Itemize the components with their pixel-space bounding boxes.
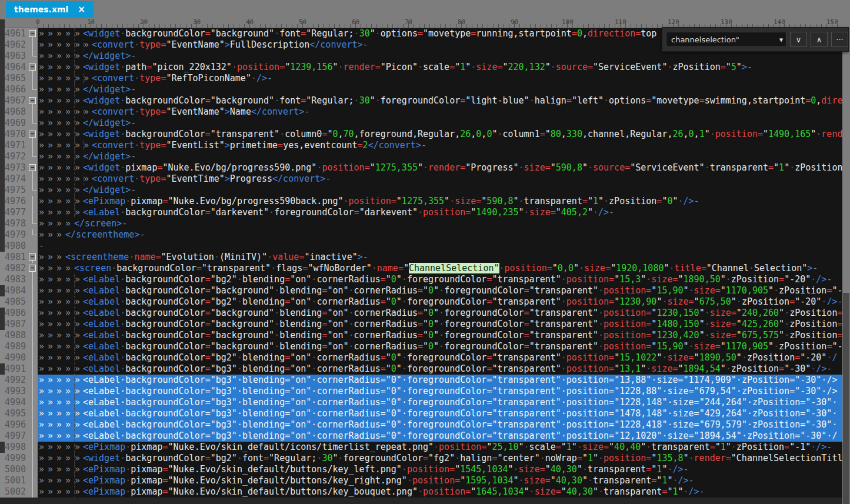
code-line[interactable]: 4999»»»»»<widget·backgroundColor="bg2"·f…	[0, 453, 842, 464]
line-number[interactable]: 4985	[5, 296, 28, 308]
code-line[interactable]: 4987»»»»»<eLabel·backgroundColor="backgr…	[0, 319, 842, 330]
line-number[interactable]: 4966	[5, 84, 28, 95]
line-number[interactable]: 4990	[5, 352, 28, 363]
code-text[interactable]: »»»»»<ePixmap·pixmap="Nuke.Evo/skin_defa…	[38, 475, 842, 486]
code-line[interactable]: 4998»»»»»<ePixmap·pixmap="Nuke.Evo/skin_…	[0, 442, 842, 453]
line-number[interactable]: 4993	[5, 386, 28, 397]
line-number[interactable]: 4994	[5, 397, 28, 408]
line-number[interactable]: 4965	[5, 73, 28, 84]
line-number[interactable]: 4981	[5, 252, 28, 263]
line-number[interactable]: 4997	[5, 430, 28, 442]
line-number[interactable]: 4977	[5, 207, 28, 218]
code-line[interactable]: 4989»»»»»<eLabel·backgroundColor="backgr…	[0, 341, 842, 352]
code-text[interactable]: »»»»»</widget>-	[38, 185, 842, 196]
code-text[interactable]: »»»»»<eLabel·backgroundColor="bg3"·blend…	[38, 408, 842, 419]
code-text[interactable]: »»»»»<eLabel·backgroundColor="bg3"·blend…	[38, 397, 842, 408]
line-number[interactable]: 4983	[5, 274, 28, 285]
code-line[interactable]: 4984»»»»»<eLabel·backgroundColor="backgr…	[0, 285, 842, 296]
code-line[interactable]: 4990»»»»»<eLabel·backgroundColor="bg2"·b…	[0, 352, 842, 363]
code-line[interactable]: 4978»»»»</screen>-	[0, 218, 842, 229]
line-number[interactable]: 4968	[5, 106, 28, 118]
code-line[interactable]: 5000»»»»»<ePixmap·pixmap="Nuke.Evo/skin_…	[0, 464, 842, 475]
code-text[interactable]: »»»»»<widget·backgroundColor="bg2"·font=…	[38, 453, 842, 464]
line-number[interactable]: 4972	[5, 151, 28, 162]
code-text[interactable]: »»»»»<ePixmap·pixmap="Nuke.Evo/skin_defa…	[38, 486, 842, 498]
code-text[interactable]: »»»»»<ePixmap·pixmap="Nuke.Evo/bg/progre…	[38, 196, 842, 207]
code-text[interactable]: »»»»»<eLabel·backgroundColor="bg3"·blend…	[38, 419, 842, 430]
line-number[interactable]: 5001	[5, 475, 28, 486]
line-number[interactable]: 4991	[5, 363, 28, 375]
code-text[interactable]: »»»»»<ePixmap·pixmap="Nuke.Evo/skin_defa…	[38, 442, 842, 453]
search-field[interactable]: ▼	[666, 32, 786, 47]
code-text[interactable]: »»»»»<eLabel·backgroundColor="background…	[38, 341, 842, 352]
code-line[interactable]: 4991»»»»»<eLabel·backgroundColor="bg3"·b…	[0, 363, 842, 375]
code-line[interactable]: 4967−»»»»»<widget·backgroundColor="backg…	[0, 95, 842, 106]
code-line[interactable]: 4992»»»»»<eLabel·backgroundColor="bg3"·b…	[0, 375, 842, 386]
code-text[interactable]: »»»</screentheme>-	[38, 229, 842, 241]
code-line[interactable]: 4977»»»»»<eLabel·backgroundColor="darkev…	[0, 207, 842, 218]
line-number[interactable]: 4970	[5, 129, 28, 140]
code-line[interactable]: 4985»»»»»<eLabel·backgroundColor="bg2"·b…	[0, 296, 842, 308]
code-text[interactable]: -	[38, 241, 842, 252]
line-number[interactable]: 4962	[5, 39, 28, 51]
fold-marker[interactable]: −	[28, 252, 38, 263]
code-text[interactable]: »»»»</screen>-	[38, 218, 842, 229]
search-dropdown-icon[interactable]: ▼	[779, 36, 783, 43]
code-line[interactable]: 4965»»»»»»<convert·type="RefToPiconName"…	[0, 73, 842, 84]
fold-marker[interactable]: −	[28, 28, 38, 39]
code-line[interactable]: 4974»»»»»»<convert·type="EventTime">Prog…	[0, 173, 842, 185]
line-number[interactable]: 4974	[5, 173, 28, 185]
code-line[interactable]: 4993»»»»»<eLabel·backgroundColor="bg3"·b…	[0, 386, 842, 397]
code-line[interactable]: 4988»»»»»<eLabel·backgroundColor="backgr…	[0, 330, 842, 341]
code-text[interactable]: »»»»»</widget>-	[38, 118, 842, 129]
code-text[interactable]: »»»»»»<convert·type="EventName">Name</co…	[38, 106, 842, 118]
code-text[interactable]: »»»»»<ePixmap·pixmap="Nuke.Evo/skin_defa…	[38, 464, 842, 475]
code-line[interactable]: 4966»»»»»</widget>-	[0, 84, 842, 95]
code-text[interactable]: »»»»»<eLabel·backgroundColor="bg2"·blend…	[38, 274, 842, 285]
code-text[interactable]: »»»»»<eLabel·backgroundColor="darkevent"…	[38, 207, 842, 218]
code-line[interactable]: 4981−»»»<screentheme·name="Evolution·(Mi…	[0, 252, 842, 263]
code-text[interactable]: »»»»»<eLabel·backgroundColor="bg3"·blend…	[38, 375, 842, 386]
line-number[interactable]: 4971	[5, 140, 28, 151]
line-number[interactable]: 4986	[5, 308, 28, 319]
code-text[interactable]: »»»»»»<convert·type="RefToPiconName"·/>-	[38, 73, 842, 84]
fold-marker[interactable]: −	[28, 263, 38, 274]
code-line[interactable]: 4979»»»</screentheme>-	[0, 229, 842, 241]
line-number[interactable]: 4967	[5, 95, 28, 106]
line-number[interactable]: 4984	[5, 285, 28, 296]
code-line[interactable]: 4995»»»»»<eLabel·backgroundColor="bg3"·b…	[0, 408, 842, 419]
code-text[interactable]: »»»»»<eLabel·backgroundColor="bg2"·blend…	[38, 296, 842, 308]
line-number[interactable]: 4988	[5, 330, 28, 341]
line-number[interactable]: 5000	[5, 464, 28, 475]
line-number[interactable]: 4998	[5, 442, 28, 453]
code-text[interactable]: »»»»»<eLabel·backgroundColor="background…	[38, 319, 842, 330]
line-number[interactable]: 4975	[5, 185, 28, 196]
line-number[interactable]: 4992	[5, 375, 28, 386]
line-number[interactable]: 4961	[5, 28, 28, 39]
line-number[interactable]: 5002	[5, 486, 28, 498]
find-previous-button[interactable]: ∧	[811, 32, 828, 47]
code-text[interactable]: »»»»»<eLabel·backgroundColor="bg2"·blend…	[38, 352, 842, 363]
line-number[interactable]: 4987	[5, 319, 28, 330]
code-text[interactable]: »»»»»»<convert·type="EventTime">Progress…	[38, 173, 842, 185]
line-number[interactable]: 4996	[5, 419, 28, 430]
code-text[interactable]: »»»»»<widget·backgroundColor="transparen…	[38, 129, 842, 140]
line-number[interactable]: 4973	[5, 162, 28, 173]
code-line[interactable]: 4976»»»»»<ePixmap·pixmap="Nuke.Evo/bg/pr…	[0, 196, 842, 207]
code-line[interactable]: 5001»»»»»<ePixmap·pixmap="Nuke.Evo/skin_…	[0, 475, 842, 486]
code-line[interactable]: 4972»»»»»</widget>-	[0, 151, 842, 162]
code-line[interactable]: 4968»»»»»»<convert·type="EventName">Name…	[0, 106, 842, 118]
code-line[interactable]: 4986»»»»»<eLabel·backgroundColor="backgr…	[0, 308, 842, 319]
line-number[interactable]: 4979	[5, 229, 28, 241]
line-number[interactable]: 4976	[5, 196, 28, 207]
code-line[interactable]: 4980-	[0, 241, 842, 252]
tab-themes-xml[interactable]: themes.xml ×	[6, 1, 94, 18]
line-number[interactable]: 4989	[5, 341, 28, 352]
code-line[interactable]: 4996»»»»»<eLabel·backgroundColor="bg3"·b…	[0, 419, 842, 430]
code-line[interactable]: 4983»»»»»<eLabel·backgroundColor="bg2"·b…	[0, 274, 842, 285]
code-line[interactable]: 4975»»»»»</widget>-	[0, 185, 842, 196]
line-number[interactable]: 4963	[5, 51, 28, 62]
code-area[interactable]: 4961−»»»»»<widget·backgroundColor="backg…	[0, 28, 842, 498]
line-number[interactable]: 4982	[5, 263, 28, 274]
code-text[interactable]: »»»»»<eLabel·backgroundColor="bg3"·blend…	[38, 363, 842, 375]
